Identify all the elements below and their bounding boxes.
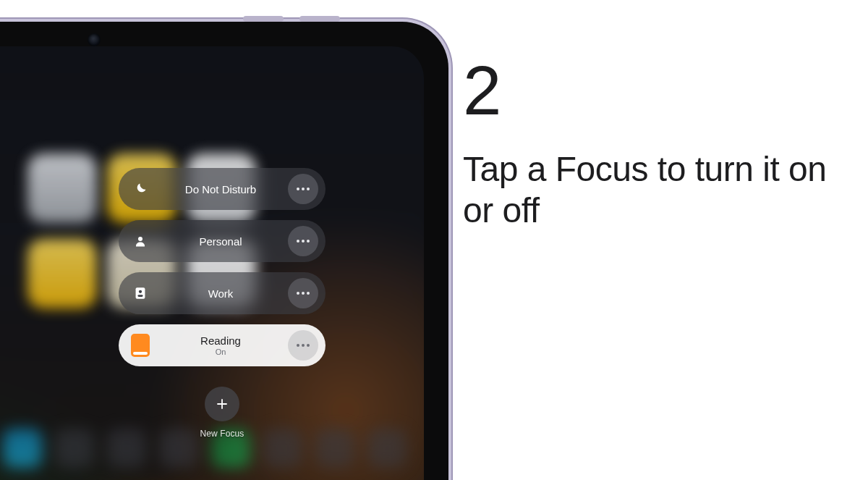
person-icon <box>134 235 147 248</box>
front-camera <box>88 33 101 46</box>
badge-icon <box>134 286 147 300</box>
focus-item-more-button[interactable] <box>288 330 318 361</box>
ipad-screen: Do Not Disturb Personal <box>0 46 424 480</box>
focus-item-more-button[interactable] <box>288 226 318 256</box>
focus-item-more-button[interactable] <box>288 278 318 308</box>
focus-item-label: Work <box>153 287 288 300</box>
focus-mode-menu: Do Not Disturb Personal <box>119 168 326 439</box>
focus-item-more-button[interactable] <box>288 174 318 204</box>
svg-point-0 <box>138 237 142 241</box>
hardware-volume-buttons <box>243 16 340 22</box>
focus-item-reading-active[interactable]: Reading On <box>119 324 326 366</box>
focus-item-label: Reading <box>153 334 288 347</box>
focus-item-label: Personal <box>153 235 288 248</box>
moon-icon <box>133 182 148 196</box>
instruction-block: 2 Tap a Focus to turn it on or off <box>463 51 839 231</box>
svg-point-2 <box>139 290 142 293</box>
tutorial-slide: 2 Tap a Focus to turn it on or off <box>0 0 868 480</box>
focus-item-do-not-disturb[interactable]: Do Not Disturb <box>119 168 326 210</box>
svg-rect-3 <box>137 295 142 297</box>
focus-item-label: Do Not Disturb <box>153 183 288 195</box>
new-focus-label: New Focus <box>200 429 244 439</box>
new-focus-section: New Focus <box>119 387 326 439</box>
step-number: 2 <box>463 51 839 130</box>
focus-item-status: On <box>153 348 288 356</box>
focus-item-personal[interactable]: Personal <box>119 220 326 262</box>
step-text: Tap a Focus to turn it on or off <box>463 149 839 231</box>
ipad-frame: Do Not Disturb Personal <box>0 22 448 480</box>
focus-item-work[interactable]: Work <box>119 272 326 314</box>
book-icon <box>131 334 150 357</box>
plus-icon <box>216 397 229 410</box>
new-focus-button[interactable] <box>205 387 239 421</box>
